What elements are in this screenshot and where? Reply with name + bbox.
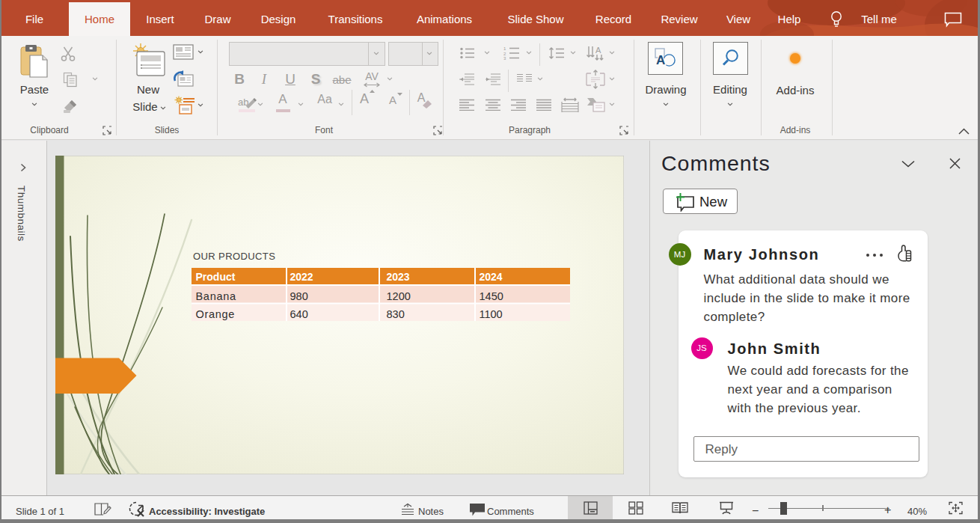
svg-text:A: A: [656, 53, 665, 67]
svg-text:3: 3: [503, 56, 506, 60]
svg-text:2023: 2023: [387, 271, 410, 283]
svg-text:2022: 2022: [290, 271, 313, 283]
svg-text:640: 640: [290, 308, 308, 320]
svg-text:Banana: Banana: [196, 290, 236, 302]
svg-text:980: 980: [290, 290, 308, 302]
svg-text:2: 2: [503, 52, 506, 56]
svg-text:1200: 1200: [387, 290, 411, 302]
svg-text:A: A: [595, 46, 601, 55]
svg-text:OUR PRODUCTS: OUR PRODUCTS: [193, 251, 275, 262]
svg-text:2024: 2024: [480, 271, 503, 283]
svg-text:1100: 1100: [480, 308, 503, 320]
svg-text:Product: Product: [196, 271, 236, 283]
svg-text:1450: 1450: [480, 290, 503, 302]
svg-text:1: 1: [503, 46, 506, 51]
svg-text:830: 830: [387, 308, 405, 320]
svg-text:Orange: Orange: [196, 308, 236, 320]
